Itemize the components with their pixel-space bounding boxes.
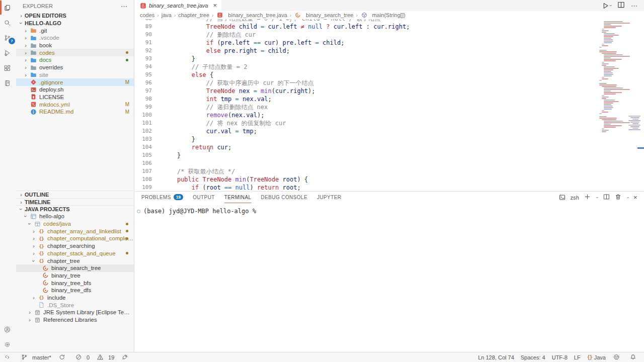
panel-tab-jupyter[interactable]: JUPYTER [317, 192, 341, 203]
java-project-item[interactable]: ›{}chapter_array_and_linkedlist [16, 227, 134, 235]
panel-tab-problems[interactable]: PROBLEMS19 [141, 192, 183, 203]
java-project-item[interactable]: binary_tree_bfs [16, 279, 134, 287]
chevron-up-icon[interactable]: › [625, 197, 630, 198]
explorer-item[interactable]: .gitignoreM [16, 78, 134, 86]
java-project-item[interactable]: ›Referenced Libraries [16, 316, 134, 324]
code-line[interactable]: 94 // 子结点数量 = 2 [135, 63, 595, 71]
status-bell[interactable] [629, 354, 639, 361]
run-button[interactable]: › [602, 2, 611, 10]
status-error[interactable]: 0 [74, 354, 90, 361]
breadcrumb-item[interactable]: main(String[]) [360, 12, 406, 19]
java-project-item[interactable]: binary_search_tree [16, 264, 134, 272]
status-braces[interactable]: {}Java [587, 354, 606, 360]
java-project-item[interactable]: binary_tree [16, 272, 134, 280]
section-hello-algo[interactable]: › HELLO-ALGO [16, 20, 134, 27]
split-editor-icon[interactable] [617, 1, 625, 11]
java-project-item[interactable]: ›{}chapter_tree [16, 257, 134, 264]
minimap[interactable] [595, 19, 644, 191]
status-lf[interactable]: LF [574, 354, 581, 360]
explorer-item[interactable]: ›.vscode [16, 34, 134, 42]
java-project-item[interactable]: ›JRE System Library [Eclipse Temurin 17 … [16, 309, 134, 316]
section-open-editors[interactable]: › OPEN EDITORS [16, 12, 134, 20]
explorer-item[interactable]: ›.git [16, 27, 134, 34]
java-project-item[interactable]: .DS_Store [16, 301, 134, 309]
plus-icon[interactable] [584, 194, 591, 201]
code-line[interactable]: 105 } [135, 151, 595, 159]
breadcrumb-item[interactable]: codes [140, 12, 154, 18]
breadcrumb-item[interactable]: chapter_tree [178, 12, 209, 18]
status-ln-128-col-74[interactable]: Ln 128, Col 74 [478, 354, 514, 360]
status-utf-8[interactable]: UTF-8 [552, 354, 568, 360]
tab-binary-search-tree[interactable]: binary_search_tree.java × [135, 0, 221, 11]
activity-bar-item-notebook[interactable] [0, 75, 16, 90]
java-project-item[interactable]: ›{}chapter_stack_and_queue [16, 250, 134, 257]
code-line[interactable]: 92 else pre.right = child; [135, 47, 595, 55]
activity-bar-item-explorer[interactable] [0, 0, 16, 15]
code-line[interactable]: 101 // 将 nex 的值复制给 cur [135, 119, 595, 127]
explorer-item[interactable]: mkdocs.ymlM [16, 101, 134, 108]
code-line[interactable]: 93 } [135, 55, 595, 63]
status-branch[interactable]: master* [20, 354, 51, 361]
activity-bar-item-source-control[interactable]: 7 [0, 30, 16, 45]
java-project-item[interactable]: binary_tree_dfs [16, 287, 134, 294]
code-line[interactable]: 108 public TreeNode min(TreeNode root) { [135, 175, 595, 184]
explorer-item[interactable]: ›codes [16, 49, 134, 56]
explorer-item[interactable]: deploy.sh [16, 86, 134, 94]
status-feedback[interactable] [612, 354, 622, 361]
code-line[interactable]: 102 cur.val = tmp; [135, 127, 595, 135]
section-timeline[interactable]: › TIMELINE [16, 198, 134, 206]
code-line[interactable]: 98 int tmp = nex.val; [135, 95, 595, 103]
panel-tab-output[interactable]: OUTPUT [193, 192, 215, 203]
status-spaces-4[interactable]: Spaces: 4 [521, 354, 545, 360]
activity-bar-item-settings-gear[interactable] [0, 337, 16, 352]
chevron-down-icon[interactable]: › [608, 5, 613, 7]
code-line[interactable]: 100 remove(nex.val); [135, 111, 595, 119]
activity-bar-item-extensions[interactable] [0, 60, 16, 75]
explorer-item[interactable]: LICENSE [16, 94, 134, 101]
status-sync[interactable] [58, 354, 68, 361]
shell-selector[interactable]: zsh [558, 194, 580, 201]
code-line[interactable]: 91 if (pre.left == cur) pre.left = child… [135, 39, 595, 47]
code-line[interactable]: 109 if (root == null) return root; [135, 184, 595, 192]
code-line[interactable]: 106 [135, 159, 595, 167]
code-line[interactable]: 89 TreeNode child = cur.left ≠ null ? cu… [135, 23, 595, 31]
close-icon[interactable]: × [213, 3, 217, 8]
close-icon[interactable]: × [633, 195, 637, 200]
panel-tab-debug-console[interactable]: DEBUG CONSOLE [261, 192, 307, 203]
panel-tab-terminal[interactable]: TERMINAL [224, 192, 252, 203]
trash-icon[interactable] [615, 194, 621, 201]
status-rocket[interactable] [121, 354, 131, 361]
explorer-item[interactable]: ›overrides [16, 64, 134, 71]
java-project-item[interactable]: ›{}include [16, 294, 134, 302]
code-line[interactable]: 104 return cur; [135, 143, 595, 151]
code-line[interactable]: 96 // 获取中序遍历中 cur 的下一个结点 [135, 79, 595, 87]
more-actions-icon[interactable]: ⋯ [631, 2, 638, 10]
activity-bar-item-account[interactable] [0, 322, 16, 337]
section-java-projects[interactable]: › JAVA PROJECTS [16, 205, 134, 213]
split-icon[interactable] [603, 194, 610, 201]
section-outline[interactable]: › OUTLINE [16, 191, 134, 198]
java-project-item[interactable]: ›{}chapter_searching [16, 242, 134, 250]
java-project-item[interactable]: ›{}chapter_computational_complexity [16, 235, 134, 242]
code-line[interactable]: 97 TreeNode nex = min(cur.right); [135, 87, 595, 95]
code-line[interactable]: 90 // 删除结点 cur [135, 31, 595, 39]
explorer-item[interactable]: ›book [16, 42, 134, 49]
explorer-item[interactable]: ›site [16, 71, 134, 79]
explorer-item[interactable]: ›docs [16, 56, 134, 64]
breadcrumb-item[interactable]: binary_search_tree.java [216, 12, 287, 19]
terminal[interactable]: (base) jyd@JYD-MBP hello-algo % [135, 203, 644, 215]
java-project-item[interactable]: ›codes/java [16, 220, 134, 228]
status-remote[interactable] [4, 354, 14, 361]
activity-bar-item-run-debug[interactable] [0, 45, 16, 60]
code-line[interactable]: 107 /* 获取最小结点 */ [135, 167, 595, 175]
more-actions-icon[interactable]: ⋯ [121, 3, 128, 10]
code-line[interactable]: 99 // 递归删除结点 nex [135, 103, 595, 111]
explorer-item[interactable]: README.mdM [16, 108, 134, 116]
chevron-down-icon[interactable]: › [595, 197, 600, 198]
java-project-item[interactable]: ›hello-algo [16, 213, 134, 220]
breadcrumb-item[interactable]: binary_search_tree [294, 12, 353, 19]
code-line[interactable]: 103 } [135, 135, 595, 143]
activity-bar-item-search[interactable] [0, 15, 16, 30]
breadcrumb-item[interactable]: java [162, 12, 172, 18]
code-line[interactable]: 95 else { [135, 71, 595, 79]
